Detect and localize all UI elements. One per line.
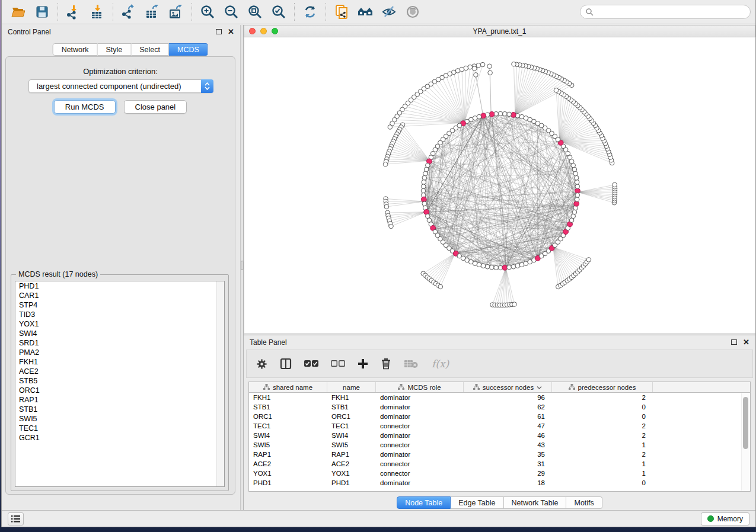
zoom-in-icon[interactable]	[196, 2, 219, 22]
clone-network-icon[interactable]	[330, 2, 353, 22]
list-item[interactable]: TEC1	[15, 424, 224, 433]
optimization-criterion-select[interactable]: largest connected component (undirected)	[28, 79, 213, 93]
graph-leaf-node[interactable]	[474, 73, 479, 78]
list-item[interactable]: PMA2	[15, 348, 224, 357]
zoom-selected-icon[interactable]	[267, 2, 291, 22]
list-item[interactable]: PHD1	[15, 281, 224, 291]
graph-node[interactable]	[511, 264, 516, 269]
refresh-icon[interactable]	[298, 2, 322, 22]
deselect-all-icon[interactable]	[331, 360, 345, 368]
table-row[interactable]: YOX1YOX1connector291	[249, 469, 750, 478]
zoom-fit-icon[interactable]	[243, 2, 267, 22]
memory-button[interactable]: Memory	[701, 512, 749, 525]
table-row[interactable]: SWI5SWI5connector431	[249, 440, 750, 450]
graph-hub-node[interactable]	[502, 265, 508, 270]
column-header-name[interactable]: name	[327, 382, 376, 392]
table-row[interactable]: RAP1RAP1dominator352	[249, 450, 750, 459]
scrollbar-thumb[interactable]	[743, 397, 748, 449]
column-header-mcds_role[interactable]: MCDS role	[376, 382, 464, 392]
show-all-icon[interactable]	[401, 2, 425, 22]
tab-network-table[interactable]: Network Table	[504, 496, 567, 509]
graph-leaf-node[interactable]	[512, 302, 517, 307]
tab-mcds[interactable]: MCDS	[169, 43, 208, 56]
graph-node[interactable]	[422, 201, 427, 206]
graph-leaf-node[interactable]	[389, 224, 394, 229]
float-panel-icon[interactable]	[216, 29, 222, 34]
close-panel-icon[interactable]: ✕	[228, 28, 234, 36]
column-header-shared_name[interactable]: shared name	[249, 382, 327, 392]
graph-node[interactable]	[473, 261, 477, 266]
graph-leaf-node[interactable]	[487, 64, 492, 69]
list-item[interactable]: ACE2	[15, 367, 224, 376]
graph-leaf-node[interactable]	[554, 88, 559, 93]
graph-node[interactable]	[574, 175, 579, 180]
export-network-icon[interactable]	[117, 2, 141, 22]
export-image-icon[interactable]	[164, 2, 188, 22]
table-row[interactable]: FKH1FKH1dominator962	[249, 393, 750, 402]
list-item[interactable]: STB1	[15, 405, 224, 414]
graph-node[interactable]	[575, 184, 580, 189]
table-row[interactable]: ORC1ORC1dominator610	[249, 412, 750, 421]
graph-leaf-node[interactable]	[464, 66, 468, 70]
graph-leaf-node[interactable]	[586, 258, 591, 262]
table-scrollbar[interactable]	[741, 393, 749, 491]
graph-node[interactable]	[498, 111, 503, 116]
graph-leaf-node[interactable]	[476, 63, 481, 68]
list-item[interactable]: YOX1	[15, 319, 224, 329]
graph-node[interactable]	[573, 171, 578, 176]
import-network-icon[interactable]	[62, 2, 85, 22]
graph-node[interactable]	[421, 184, 426, 189]
mcds-result-list[interactable]: PHD1CAR1STP4TID3YOX1SWI4SRD1PMA2FKH1ACE2…	[15, 281, 225, 487]
graph-node[interactable]	[575, 193, 580, 198]
select-all-icon[interactable]	[304, 360, 318, 368]
network-canvas[interactable]	[244, 37, 756, 333]
list-item[interactable]: FKH1	[15, 357, 224, 367]
list-item[interactable]: RAP1	[15, 395, 224, 405]
save-icon[interactable]	[30, 2, 54, 22]
graph-node[interactable]	[572, 167, 577, 172]
graph-leaf-node[interactable]	[512, 62, 516, 66]
graph-node[interactable]	[575, 180, 579, 185]
graph-node[interactable]	[494, 265, 499, 270]
column-header-successor_nodes[interactable]: successor nodes	[464, 382, 552, 392]
graph-node[interactable]	[421, 188, 426, 193]
list-item[interactable]: SRD1	[15, 338, 224, 348]
tab-select[interactable]: Select	[131, 43, 169, 56]
graph-node[interactable]	[490, 265, 495, 270]
graph-leaf-node[interactable]	[468, 65, 473, 69]
graph-node[interactable]	[519, 114, 524, 119]
table-row[interactable]: ACE2ACE2connector311	[249, 459, 750, 469]
graph-node[interactable]	[524, 116, 528, 121]
list-item[interactable]: SWI5	[15, 414, 224, 424]
graph-node[interactable]	[519, 262, 524, 267]
graph-leaf-node[interactable]	[613, 182, 617, 187]
list-item[interactable]: STB5	[15, 376, 224, 386]
result-scrollbar[interactable]	[216, 281, 224, 486]
table-row[interactable]: SWI4SWI4dominator462	[249, 431, 750, 440]
graph-leaf-node[interactable]	[488, 70, 493, 75]
list-item[interactable]: STP4	[15, 300, 224, 310]
close-table-panel-icon[interactable]: ✕	[743, 338, 749, 346]
graph-node[interactable]	[503, 111, 508, 116]
graph-leaf-node[interactable]	[383, 162, 388, 166]
add-icon[interactable]	[358, 358, 368, 369]
tab-node-table[interactable]: Node Table	[397, 496, 451, 509]
graph-leaf-node[interactable]	[472, 66, 477, 71]
graph-node[interactable]	[485, 264, 490, 269]
graph-node[interactable]	[422, 180, 426, 185]
tab-motifs[interactable]: Motifs	[566, 496, 602, 509]
show-columns-icon[interactable]	[280, 358, 292, 370]
graph-node[interactable]	[515, 264, 520, 268]
list-item[interactable]: SWI4	[15, 329, 224, 338]
graph-node[interactable]	[481, 264, 486, 268]
find-icon[interactable]	[353, 2, 377, 22]
close-panel-button[interactable]: Close panel	[124, 100, 187, 114]
delete-icon[interactable]	[381, 358, 391, 370]
tab-edge-table[interactable]: Edge Table	[451, 496, 503, 509]
graph-node[interactable]	[477, 114, 481, 119]
hide-selected-icon[interactable]	[377, 2, 401, 22]
list-item[interactable]: ORC1	[15, 386, 224, 395]
list-item[interactable]: CAR1	[15, 291, 224, 300]
graph-leaf-node[interactable]	[438, 284, 443, 289]
graph-leaf-node[interactable]	[480, 62, 485, 67]
